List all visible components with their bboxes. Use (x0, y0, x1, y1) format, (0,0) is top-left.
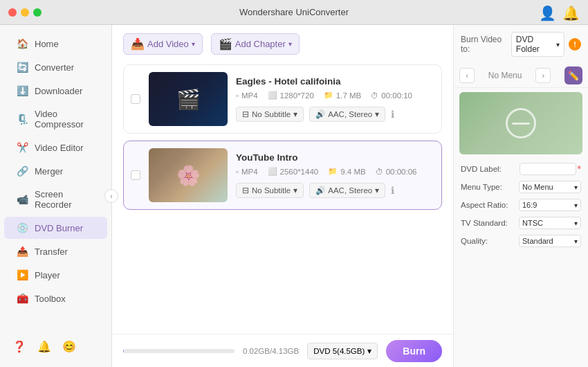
orange-badge-icon: ! (569, 38, 581, 51)
help-icon[interactable]: ❓ (12, 340, 26, 353)
sidebar-item-player[interactable]: ▶️ Player (4, 264, 107, 286)
edit-menu-button[interactable]: ✏️ (564, 66, 582, 84)
info-icon-2[interactable]: ℹ (391, 185, 394, 196)
video-meta-2: ▫ MP4 ⬜ 2560*1440 📁 9.4 MB (236, 167, 434, 176)
menu-type-row: Menu Type: No Menu ▾ (461, 181, 581, 193)
quality-dropdown-icon: ▾ (574, 238, 578, 245)
sidebar-item-downloader[interactable]: ⬇️ Downloader (4, 80, 107, 102)
player-icon: ▶️ (17, 269, 28, 280)
user-icon: 👤 (539, 5, 556, 21)
progress-bar-fill (123, 349, 124, 353)
subtitle-select-2[interactable]: ⊟ No Subtitle ▾ (236, 183, 304, 198)
content-area: 📥 Add Video ▾ 🎬 Add Chapter ▾ (112, 25, 453, 334)
toolbar: 📥 Add Video ▾ 🎬 Add Chapter ▾ (123, 33, 442, 55)
bottom-bar: 0.02GB/4.13GB DVD 5(4.5GB) ▾ Burn (112, 334, 453, 367)
audio-value-1: AAC, Stereo (328, 110, 372, 118)
duration-2: ⏱ 00:00:06 (376, 168, 417, 176)
video-info-2: YouTube Intro ▫ MP4 ⬜ 2560*1440 (236, 152, 434, 198)
checkbox-wrap-1[interactable] (131, 94, 140, 104)
minimize-button[interactable] (21, 8, 29, 17)
add-chapter-button[interactable]: 🎬 Add Chapter ▾ (211, 33, 300, 55)
nav-prev-button[interactable]: ‹ (459, 68, 475, 83)
tv-standard-select[interactable]: NTSC ▾ (519, 217, 581, 229)
video-card-2: 🌸 YouTube Intro ▫ MP4 ⬜ 2560*1 (123, 141, 442, 210)
sidebar-item-merger[interactable]: 🔗 Merger (4, 160, 107, 182)
dvd-size-dropdown-icon: ▾ (367, 346, 371, 356)
sidebar-item-video-compressor[interactable]: 🗜️ Video Compressor (4, 103, 107, 135)
dvd-label-row: DVD Label: * (461, 163, 581, 175)
menu-nav-label: No Menu (488, 71, 522, 80)
res-icon-1: ⬜ (268, 91, 277, 100)
subtitle-icon-2: ⊟ (242, 186, 249, 195)
edit-icon: ✏️ (568, 71, 579, 81)
add-chapter-icon: 🎬 (219, 37, 232, 51)
sidebar-item-converter[interactable]: 🔄 Converter (4, 56, 107, 78)
sidebar-item-dvd-burner[interactable]: 💿 DVD Burner (4, 217, 107, 239)
res-icon-2: ⬜ (268, 167, 277, 176)
audio-value-2: AAC, Stereo (328, 186, 372, 195)
audio-select-2[interactable]: 🔊 AAC, Stereo ▾ (309, 183, 385, 198)
info-icon-1[interactable]: ℹ (391, 109, 394, 120)
progress-bar (123, 349, 235, 353)
add-video-label: Add Video (147, 39, 189, 49)
checkbox-1[interactable] (131, 94, 140, 104)
dvd-label-input[interactable] (520, 163, 576, 175)
video-list: 🎬 Eagles - Hotel califoinia ▫ MP4 ⬜ (123, 64, 442, 325)
sidebar-collapse-arrow[interactable]: ‹ (104, 189, 118, 203)
editor-icon: ✂️ (17, 142, 28, 153)
dur-value-2: 00:00:06 (386, 168, 417, 176)
home-icon: 🏠 (17, 38, 28, 49)
burn-to-select[interactable]: DVD Folder ▾ (511, 32, 564, 57)
transfer-icon: 📤 (17, 246, 28, 257)
bell-icon: 🔔 (562, 5, 580, 21)
dur-icon-1: ⏱ (371, 91, 378, 100)
sidebar-item-screen-recorder[interactable]: 📹 Screen Recorder (4, 184, 107, 215)
sidebar-label-converter: Converter (35, 62, 74, 73)
subtitle-value-2: No Subtitle (252, 186, 291, 195)
res-value-1: 1280*720 (280, 91, 314, 100)
emoji-icon[interactable]: 😊 (62, 340, 76, 353)
sidebar-bottom: ❓ 🔔 😊 (0, 333, 111, 360)
video-title-1: Eagles - Hotel califoinia (236, 76, 434, 87)
add-video-button[interactable]: 📥 Add Video ▾ (123, 33, 203, 55)
video-title-2: YouTube Intro (236, 152, 434, 163)
audio-icon-1: 🔊 (315, 109, 325, 119)
converter-icon: 🔄 (17, 62, 28, 73)
menu-nav: ‹ No Menu › ✏️ (454, 64, 588, 88)
format-2: ▫ MP4 (236, 168, 258, 176)
checkbox-2[interactable] (131, 170, 140, 180)
subtitle-icon-1: ⊟ (242, 109, 249, 119)
aspect-ratio-label: Aspect Ratio: (461, 201, 508, 209)
dvd-size-select[interactable]: DVD 5(4.5GB) ▾ (307, 343, 378, 359)
sidebar-label-dvd: DVD Burner (35, 223, 83, 233)
sidebar-item-transfer[interactable]: 📤 Transfer (4, 240, 107, 262)
format-icon-1: ▫ (236, 91, 239, 100)
burn-button[interactable]: Burn (386, 340, 442, 362)
menu-type-dropdown-icon: ▾ (574, 184, 578, 191)
aspect-ratio-select[interactable]: 16:9 ▾ (519, 199, 581, 211)
duration-1: ⏱ 00:00:10 (371, 91, 412, 100)
user-icon-wrap[interactable]: 👤 (538, 4, 556, 22)
notification-bell-icon[interactable]: 🔔 (37, 340, 51, 353)
close-button[interactable] (8, 8, 17, 17)
subtitle-select-1[interactable]: ⊟ No Subtitle ▾ (236, 107, 304, 122)
window-controls[interactable] (8, 8, 42, 17)
checkbox-wrap-2[interactable] (131, 170, 140, 180)
resolution-1: ⬜ 1280*720 (268, 91, 314, 100)
menu-type-select[interactable]: No Menu ▾ (519, 181, 581, 193)
audio-select-1[interactable]: 🔊 AAC, Stereo ▾ (309, 107, 385, 122)
size-value-2: 9.4 MB (340, 168, 365, 176)
dvd-burner-icon: 💿 (17, 222, 28, 233)
maximize-button[interactable] (33, 8, 42, 17)
thumb-2-icon: 🌸 (176, 164, 201, 187)
sidebar-label-transfer: Transfer (35, 247, 68, 257)
quality-select[interactable]: Standard ▾ (519, 235, 581, 247)
dvd-size-value: DVD 5(4.5GB) (313, 347, 365, 355)
notification-icon-wrap[interactable]: 🔔 (562, 4, 580, 22)
sidebar-item-home[interactable]: 🏠 Home (4, 33, 107, 55)
nav-next-button[interactable]: › (535, 68, 551, 83)
sidebar-label-home: Home (35, 39, 59, 49)
sidebar-item-video-editor[interactable]: ✂️ Video Editor (4, 136, 107, 159)
tv-standard-row: TV Standard: NTSC ▾ (461, 217, 581, 229)
sidebar-item-toolbox[interactable]: 🧰 Toolbox (4, 287, 107, 310)
